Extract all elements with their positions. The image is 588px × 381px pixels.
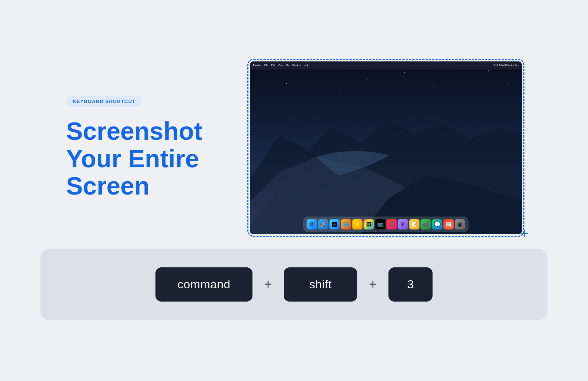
dock-podcasts: 🎙	[398, 219, 408, 229]
menu-time: Fri 8:18 AM Derrick Sun	[494, 64, 519, 67]
menu-items: File Edit View Go Window Help	[264, 64, 309, 67]
key-3: 3	[388, 267, 433, 302]
dock-tv: 📺	[375, 219, 386, 229]
dock-notes: 📝	[409, 219, 420, 229]
menu-window: Window	[292, 64, 301, 67]
svg-point-11	[305, 105, 305, 106]
plus-separator-1: +	[264, 277, 272, 292]
main-content: KEYBOARD SHORTCUT Screenshot Your Entire…	[0, 61, 588, 234]
svg-point-3	[341, 90, 342, 91]
svg-point-6	[433, 87, 434, 88]
dock-trash: 🗑	[455, 219, 465, 229]
left-panel: KEYBOARD SHORTCUT Screenshot Your Entire…	[66, 96, 220, 200]
svg-point-8	[488, 70, 489, 71]
plus-cursor-icon: +	[521, 227, 528, 240]
dock-photos: 🖼	[364, 219, 374, 229]
finder-label: Finder	[253, 64, 261, 67]
heading: Screenshot Your Entire Screen	[66, 117, 202, 200]
dock-messages: 💬	[432, 219, 442, 229]
svg-point-10	[272, 102, 272, 102]
heading-line3: Screen	[66, 172, 150, 200]
svg-point-7	[463, 78, 463, 78]
screen-preview-container: Finder File Edit View Go Window Help Fri…	[250, 61, 522, 234]
dock-facetime: 📹	[421, 219, 431, 229]
menu-file: File	[264, 64, 268, 67]
svg-point-1	[286, 83, 287, 83]
svg-point-5	[404, 72, 405, 72]
dock-chrome: 🌐	[341, 219, 351, 229]
dock: 🖥 🚀 🅰 🌐 ⭐ 🖼 📺 🎵 🎙 📝 📹 💬 📰 🗑	[304, 217, 469, 232]
mac-desktop: Finder File Edit View Go Window Help Fri…	[250, 61, 522, 234]
menu-go: Go	[286, 64, 289, 67]
dock-appstore: 🅰	[330, 219, 340, 229]
menu-view: View	[278, 64, 283, 67]
key-command: command	[155, 267, 252, 302]
heading-line1: Screenshot	[66, 117, 202, 145]
plus-separator-2: +	[369, 277, 377, 292]
dunes-svg	[250, 61, 522, 234]
svg-point-2	[316, 76, 316, 76]
dock-finder: 🖥	[307, 219, 317, 229]
dock-star: ⭐	[352, 219, 363, 229]
dock-music: 🎵	[387, 219, 397, 229]
menu-edit: Edit	[271, 64, 275, 67]
menu-right-items: Fri 8:18 AM Derrick Sun	[494, 64, 519, 67]
key-shift: shift	[284, 267, 357, 302]
dock-launchpad: 🚀	[318, 219, 329, 229]
svg-point-4	[367, 79, 368, 80]
dock-news: 📰	[444, 219, 454, 229]
badge-label: KEYBOARD SHORTCUT	[66, 96, 142, 107]
screen-preview: Finder File Edit View Go Window Help Fri…	[250, 61, 522, 234]
menu-help: Help	[304, 64, 309, 67]
menu-bar: Finder File Edit View Go Window Help Fri…	[250, 61, 522, 70]
svg-point-9	[507, 83, 508, 84]
shortcut-section: command + shift + 3	[40, 249, 548, 320]
heading-line2: Your Entire	[66, 145, 199, 172]
